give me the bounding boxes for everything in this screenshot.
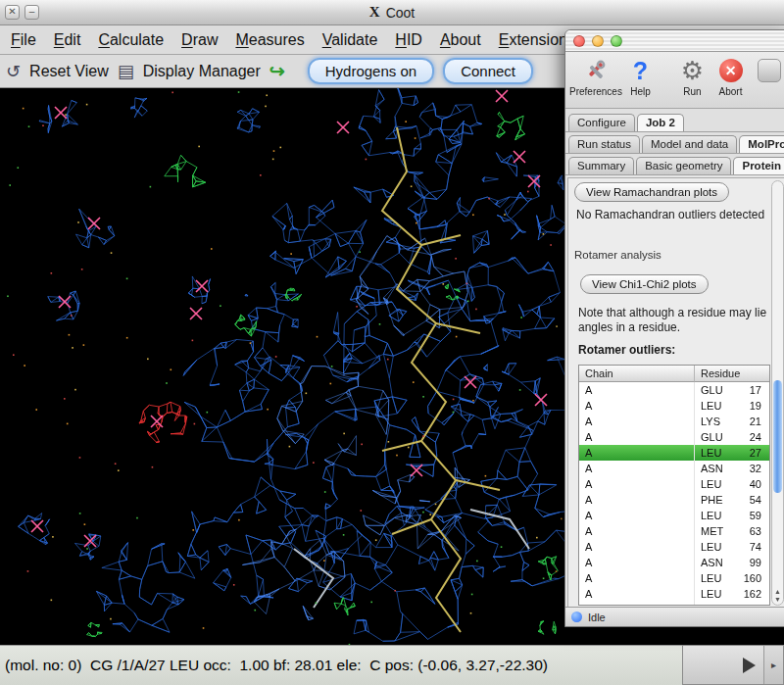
rotamer-table-body: AGLU17ALEU19ALYS21AGLU24ALEU27AASN32ALEU… [579, 382, 769, 606]
validation-toolbar: Preferences ? Help ⚙ Run ✕ Abort [565, 52, 784, 109]
help-icon: ? [633, 59, 648, 83]
tab-model-and-data[interactable]: Model and data [642, 135, 737, 153]
partial-toolbar-icon [758, 59, 781, 82]
coot-statusbar: (mol. no: 0) CG /1/A/27 LEU occ: 1.00 bf… [0, 645, 784, 685]
validation-statusbar: Idle [565, 607, 784, 626]
tab-run-status[interactable]: Run status [568, 135, 640, 153]
tab-configure[interactable]: Configure [568, 114, 635, 131]
display-manager-icon[interactable]: ▤ [118, 63, 134, 80]
table-row[interactable]: AASN32 [579, 461, 769, 476]
content-scrollbar[interactable]: ▲▼ [771, 180, 784, 606]
coot-titlebar[interactable]: ✕ – X Coot [0, 0, 784, 25]
validation-window[interactable]: Preferences ? Help ⚙ Run ✕ Abort Configu… [564, 29, 784, 627]
gear-icon: ⚙ [681, 58, 704, 83]
corner-main [683, 646, 763, 684]
protein-tab-content: View Ramachandran plots No Ramachandran … [567, 177, 784, 609]
menu-draw[interactable]: Draw [172, 28, 226, 52]
rotamer-outliers-label: Rotamer outliers: [578, 343, 675, 357]
window-buttons: ✕ – [5, 5, 39, 20]
table-row[interactable]: ALEU19 [579, 398, 769, 414]
traffic-lights [573, 35, 622, 47]
table-row[interactable]: AGLU17 [579, 382, 769, 398]
connect-button[interactable]: Connect [443, 58, 533, 84]
close-icon[interactable]: ✕ [5, 5, 20, 20]
abort-button[interactable]: ✕ Abort [712, 55, 749, 97]
display-manager-button[interactable]: Display Manager [143, 63, 261, 80]
validation-titlebar[interactable] [565, 30, 784, 52]
rotamer-outliers-table: Chain Residue AGLU17ALEU19ALYS21AGLU24AL… [578, 365, 770, 606]
tab-molprobity[interactable]: MolProbity [739, 135, 784, 153]
background-window-corner: ▸ [682, 645, 784, 685]
tabs-level2: Run statusModel and dataMolProbity [565, 132, 784, 154]
tab-basic-geometry[interactable]: Basic geometry [636, 157, 731, 174]
window-title: Coot [386, 5, 416, 21]
run-button[interactable]: ⚙ Run [674, 55, 710, 97]
partial-toolbar-button[interactable] [751, 55, 784, 86]
table-row[interactable]: ALEU59 [579, 508, 769, 523]
table-row[interactable]: ALYS21 [579, 414, 769, 429]
minimize-icon[interactable] [592, 35, 604, 47]
table-row[interactable]: ALEU162 [579, 586, 769, 602]
ramachandran-message: No Ramachandran outliers detected [576, 208, 764, 221]
abort-icon: ✕ [719, 59, 743, 82]
table-header: Chain Residue [579, 366, 769, 382]
table-row[interactable]: ALEU160 [579, 570, 769, 586]
help-button[interactable]: ? Help [622, 55, 659, 97]
preferences-label: Preferences [569, 86, 620, 97]
validation-status-text: Idle [588, 612, 606, 623]
table-row[interactable]: ALEU27 [579, 445, 769, 461]
corner-scroll-arrow[interactable]: ▸ [763, 646, 783, 684]
play-icon[interactable] [743, 658, 756, 673]
table-row[interactable]: ALEU74 [579, 539, 769, 555]
rotamer-note-line1: Note that although a residue may lie [578, 306, 766, 319]
table-row[interactable]: AMET63 [579, 523, 769, 539]
preferences-button[interactable]: Preferences [569, 55, 620, 97]
tab-job-2[interactable]: Job 2 [637, 114, 684, 131]
menu-validate[interactable]: Validate [314, 28, 387, 52]
zoom-icon[interactable] [611, 35, 622, 47]
reset-view-button[interactable]: Reset View [29, 63, 109, 80]
table-row[interactable]: AASN99 [579, 555, 769, 570]
hydrogens-on-button[interactable]: Hydrogens on [308, 58, 434, 84]
table-row[interactable]: AGLU24 [579, 429, 769, 445]
menu-measures[interactable]: Measures [226, 28, 313, 52]
tabs-level3: SummaryBasic geometryProteinClashes [565, 154, 784, 175]
table-row[interactable]: ALEU40 [579, 476, 769, 492]
menu-edit[interactable]: Edit [45, 28, 90, 52]
close-icon[interactable] [573, 35, 585, 47]
run-label: Run [674, 86, 710, 97]
green-arrow-icon[interactable]: ↪ [270, 60, 285, 82]
menu-calculate[interactable]: Calculate [89, 28, 172, 52]
menu-about[interactable]: About [431, 28, 490, 52]
scrollbar-thumb[interactable] [773, 380, 782, 493]
help-label: Help [622, 86, 659, 97]
tools-icon [569, 55, 620, 86]
scrollbar-arrows[interactable]: ▲▼ [772, 588, 783, 604]
tabs-level1: ConfigureJob 2 [565, 109, 784, 132]
rotamer-note-line2: angles in a residue. [578, 320, 680, 334]
tab-protein[interactable]: Protein [733, 157, 784, 174]
menu-hid[interactable]: HID [386, 28, 431, 52]
menu-file[interactable]: File [2, 28, 45, 52]
atom-status-text: (mol. no: 0) CG /1/A/27 LEU occ: 1.00 bf… [5, 657, 548, 674]
x11-icon: X [369, 4, 380, 21]
abort-label: Abort [712, 86, 749, 97]
reset-view-icon[interactable]: ↺ [6, 63, 21, 80]
status-indicator-icon [571, 612, 582, 622]
column-header-chain[interactable]: Chain [579, 366, 695, 382]
view-chi-plots-button[interactable]: View Chi1-Chi2 plots [580, 274, 709, 294]
table-row[interactable]: APHE54 [579, 492, 769, 508]
table-row[interactable]: ALEU [579, 602, 769, 606]
tab-summary[interactable]: Summary [568, 157, 634, 174]
view-ramachandran-button[interactable]: View Ramachandran plots [574, 182, 729, 202]
minimize-icon[interactable]: – [24, 5, 39, 20]
rotamer-section-title: Rotamer analysis [574, 249, 662, 261]
column-header-residue[interactable]: Residue [695, 366, 769, 382]
